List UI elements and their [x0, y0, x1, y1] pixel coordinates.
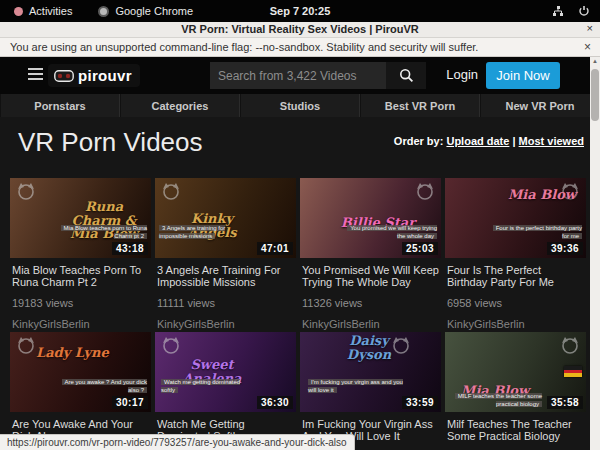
- studio-watermark-icon: [16, 183, 36, 200]
- thumb-caption: Four is the perfect birthday party for m…: [487, 224, 582, 240]
- search-icon: [399, 68, 414, 83]
- menu-hamburger-icon[interactable]: [28, 68, 43, 81]
- tab-close-icon[interactable]: ×: [587, 22, 593, 34]
- video-thumbnail[interactable]: Runa Charm & Mia Blow Mia Blow teaches p…: [10, 178, 151, 258]
- video-card: Lady Lyne Are you awake ? And your dick …: [10, 332, 151, 450]
- duration-badge: 39:36: [547, 242, 583, 255]
- video-thumbnail[interactable]: Mia Blow MILF teaches the teacher some p…: [445, 332, 586, 412]
- duration-badge: 35:58: [547, 396, 583, 409]
- nav-item-best-vr-porn[interactable]: Best VR Porn: [360, 94, 480, 117]
- video-card: Kinky Angels 3 Angels are training for i…: [155, 178, 296, 332]
- video-thumbnail[interactable]: Daisy Dyson I'm fucking your virgin ass …: [300, 332, 441, 412]
- video-card: Mia Blow Four is the perfect birthday pa…: [445, 178, 586, 332]
- join-now-button[interactable]: Join Now: [486, 62, 560, 89]
- duration-badge: 36:30: [257, 396, 293, 409]
- thumb-caption: 3 Angels are training for impossible mis…: [159, 224, 254, 240]
- clock[interactable]: Sep 7 20:25: [0, 5, 600, 17]
- duration-badge: 43:18: [112, 242, 148, 255]
- search-input[interactable]: [210, 62, 386, 89]
- page-scrollbar[interactable]: ▲: [590, 57, 600, 450]
- gnome-top-bar: Activities Google Chrome Sep 7 20:25: [0, 0, 600, 22]
- video-studio-link[interactable]: KinkyGirlsBerlin: [447, 318, 584, 330]
- studio-watermark-icon: [415, 183, 435, 200]
- warning-close-icon[interactable]: ×: [584, 40, 591, 54]
- nav-item-categories[interactable]: Categories: [120, 94, 240, 117]
- studio-watermark-icon: [161, 183, 181, 200]
- site-logo-text: pirouvr: [78, 67, 132, 84]
- video-thumbnail[interactable]: Mia Blow Four is the perfect birthday pa…: [445, 178, 586, 258]
- order-by: Order by: Upload date | Most viewed: [394, 135, 584, 147]
- link-preview-statusbar: https://pirouvr.com/vr-porn-video/779325…: [0, 434, 355, 450]
- thumb-overlay-title: Mia Blow: [508, 188, 576, 202]
- nav-item-pornstars[interactable]: Pornstars: [0, 94, 120, 117]
- video-thumbnail[interactable]: Billie Star You promised we will keep tr…: [300, 178, 441, 258]
- duration-badge: 25:03: [402, 242, 438, 255]
- network-icon[interactable]: [552, 5, 564, 17]
- video-card: Sweet Analena Watch me getting dominated…: [155, 332, 296, 450]
- video-studio-link[interactable]: KinkyGirlsBerlin: [12, 318, 149, 330]
- video-card: Billie Star You promised we will keep tr…: [300, 178, 441, 332]
- order-link-upload-date[interactable]: Upload date: [446, 135, 509, 147]
- site-logo[interactable]: pirouvr: [48, 64, 140, 87]
- video-thumbnail[interactable]: Kinky Angels 3 Angels are training for i…: [155, 178, 296, 258]
- video-studio-link[interactable]: KinkyGirlsBerlin: [157, 318, 294, 330]
- studio-watermark-icon: [16, 337, 36, 354]
- nav-item-new-vr-porn[interactable]: New VR Porn: [480, 94, 600, 117]
- video-thumbnail[interactable]: Sweet Analena Watch me getting dominated…: [155, 332, 296, 412]
- studio-watermark-icon: [560, 337, 580, 354]
- vr-headset-icon: [54, 70, 74, 82]
- scrollbar-up-arrow-icon[interactable]: ▲: [590, 58, 600, 64]
- video-title[interactable]: Mia Blow Teaches Porn To Runa Charm Pt 2: [12, 264, 149, 289]
- screen: Activities Google Chrome Sep 7 20:25 VR …: [0, 0, 600, 450]
- thumb-overlay-title: Daisy Dyson: [330, 334, 408, 361]
- page-title: VR Porn Videos: [18, 127, 203, 158]
- browser-titlebar: VR Porn: Virtual Reality Sex Videos | Pi…: [0, 22, 600, 38]
- video-studio-link[interactable]: KinkyGirlsBerlin: [302, 318, 439, 330]
- main-nav: Pornstars Categories Studios Best VR Por…: [0, 94, 600, 117]
- duration-badge: 30:17: [112, 396, 148, 409]
- thumb-overlay-title: Lady Lyne: [36, 346, 109, 360]
- video-views: 19183 views: [12, 297, 149, 309]
- duration-badge: 33:59: [402, 396, 438, 409]
- video-views: 11111 views: [157, 297, 294, 309]
- nav-item-studios[interactable]: Studios: [240, 94, 360, 117]
- german-flag-icon: [564, 366, 582, 377]
- thumb-caption: Are you awake ? And your dick also ?: [52, 378, 147, 394]
- video-title[interactable]: Milf Teaches The Teacher Some Practical …: [447, 418, 584, 443]
- thumb-caption: I'm fucking your virgin ass and you will…: [308, 378, 403, 394]
- thumb-caption: You promised we will keep trying the who…: [342, 224, 437, 240]
- video-grid: Runa Charm & Mia Blow Mia Blow teaches p…: [10, 178, 586, 450]
- video-views: 11326 views: [302, 297, 439, 309]
- thumb-caption: Mia Blow teaches porn to Runa Charm pt 2: [52, 224, 147, 240]
- warning-text: You are using an unsupported command-lin…: [10, 41, 478, 53]
- site-header: pirouvr Login Join Now: [0, 57, 590, 94]
- duration-badge: 47:01: [257, 242, 293, 255]
- search-button[interactable]: [386, 62, 426, 89]
- order-by-label: Order by:: [394, 135, 444, 147]
- warning-infobar: You are using an unsupported command-lin…: [0, 38, 600, 57]
- order-link-most-viewed[interactable]: Most viewed: [519, 135, 584, 147]
- video-thumbnail[interactable]: Lady Lyne Are you awake ? And your dick …: [10, 332, 151, 412]
- video-views: 6958 views: [447, 297, 584, 309]
- studio-watermark-icon: [161, 337, 181, 354]
- browser-viewport: pirouvr Login Join Now Pornstars Categor…: [0, 57, 600, 450]
- video-card: Mia Blow MILF teaches the teacher some p…: [445, 332, 586, 450]
- thumb-caption: Watch me getting dominated softly: [161, 378, 256, 394]
- video-card: Runa Charm & Mia Blow Mia Blow teaches p…: [10, 178, 151, 332]
- video-title[interactable]: Four Is The Perfect Birthday Party For M…: [447, 264, 584, 289]
- video-card: Daisy Dyson I'm fucking your virgin ass …: [300, 332, 441, 450]
- video-title[interactable]: You Promised We Will Keep Trying The Who…: [302, 264, 439, 289]
- power-icon[interactable]: [578, 5, 590, 17]
- thumb-caption: MILF teaches the teacher some practical …: [447, 392, 542, 408]
- page-tab-title: VR Porn: Virtual Reality Sex Videos | Pi…: [0, 23, 600, 35]
- video-title[interactable]: 3 Angels Are Training For Impossible Mis…: [157, 264, 294, 289]
- login-link[interactable]: Login: [446, 67, 478, 82]
- scrollbar-thumb[interactable]: [591, 69, 599, 121]
